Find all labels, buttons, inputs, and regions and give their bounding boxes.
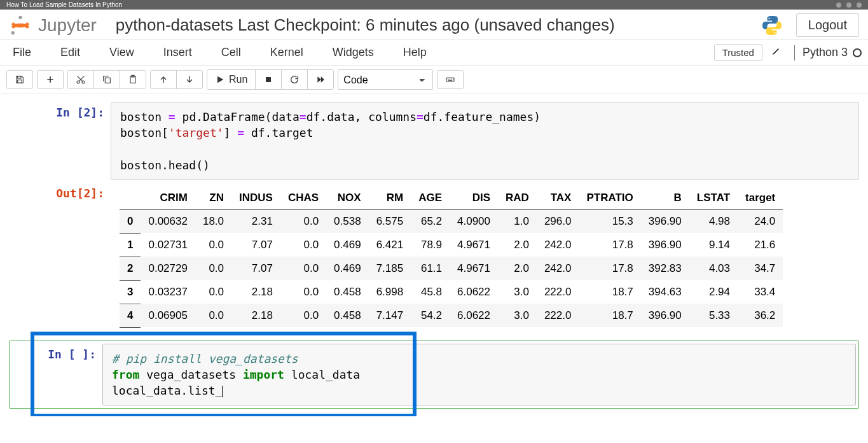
menu-view[interactable]: View	[103, 42, 141, 63]
logout-button[interactable]: Logout	[796, 13, 859, 37]
notebook-title[interactable]: python-datasets Last Checkpoint: 6 minut…	[116, 15, 761, 35]
table-header: AGE	[411, 186, 450, 210]
svg-rect-8	[105, 78, 110, 83]
table-header: CRIM	[141, 186, 195, 210]
table-row: 30.032370.02.180.00.4586.99845.86.06223.…	[120, 280, 783, 304]
run-button[interactable]: Run	[207, 70, 256, 89]
table-header: TAX	[537, 186, 579, 210]
svg-rect-12	[446, 78, 454, 81]
code-input[interactable]: boston = pd.DataFrame(data=df.data, colu…	[111, 102, 859, 180]
restart-icon[interactable]	[282, 70, 308, 89]
menu-widgets[interactable]: Widgets	[326, 42, 380, 63]
move-down-icon[interactable]	[177, 71, 202, 88]
output-prompt: Out[2]:	[9, 183, 111, 332]
table-header: ZN	[195, 186, 231, 210]
svg-point-1	[11, 31, 15, 34]
kernel-busy-icon	[853, 48, 862, 57]
add-cell-icon[interactable]	[38, 71, 63, 88]
copy-icon[interactable]	[94, 71, 120, 88]
move-up-icon[interactable]	[151, 71, 177, 88]
table-row: 10.027310.07.070.00.4696.42178.94.96712.…	[120, 233, 783, 257]
menu-insert[interactable]: Insert	[157, 42, 198, 63]
table-header: RAD	[498, 186, 537, 210]
restart-run-all-icon[interactable]	[308, 70, 333, 89]
jupyter-logo[interactable]: Jupyter	[9, 14, 97, 37]
jupyter-wordmark: Jupyter	[38, 15, 97, 36]
trusted-button[interactable]: Trusted	[714, 44, 762, 61]
python-icon	[761, 14, 783, 37]
menu-cell[interactable]: Cell	[215, 42, 247, 63]
table-header: CHAS	[280, 186, 326, 210]
pencil-icon[interactable]	[771, 46, 782, 59]
cut-icon[interactable]	[68, 71, 94, 88]
toolbar: Run Code	[0, 66, 868, 94]
menu-bar: File Edit View Insert Cell Kernel Widget…	[0, 40, 868, 66]
svg-rect-11	[266, 77, 271, 82]
table-header: B	[641, 186, 689, 210]
input-prompt-blank: In [ ]:	[10, 344, 102, 406]
svg-point-0	[18, 15, 22, 18]
code-cell-2[interactable]: In [2]: boston = pd.DataFrame(data=df.da…	[0, 101, 868, 181]
command-palette-icon[interactable]	[437, 71, 463, 88]
output-cell-2: Out[2]: CRIMZNINDUSCHASNOXRMAGEDISRADTAX…	[0, 181, 868, 333]
browser-tab-bar: How To Load Sample Datasets In Python	[0, 0, 868, 10]
table-header: PTRATIO	[579, 186, 640, 210]
code-cell-active[interactable]: In [ ]: # pip install vega_datasets from…	[9, 341, 859, 409]
notebook-header: Jupyter python-datasets Last Checkpoint:…	[0, 10, 868, 40]
table-header: RM	[369, 186, 411, 210]
table-header: DIS	[450, 186, 498, 210]
menu-kernel[interactable]: Kernel	[264, 42, 310, 63]
save-icon[interactable]	[7, 71, 32, 88]
svg-rect-5	[18, 80, 22, 83]
menu-edit[interactable]: Edit	[54, 42, 86, 63]
code-input-active[interactable]: # pip install vega_datasets from vega_da…	[102, 344, 856, 406]
interrupt-icon[interactable]	[256, 70, 282, 89]
table-row: 40.069050.02.180.00.4587.14754.26.06223.…	[120, 304, 783, 327]
svg-point-2	[768, 17, 769, 18]
tab-title: How To Load Sample Datasets In Python	[6, 1, 122, 8]
cell-type-select[interactable]: Code	[338, 69, 433, 90]
table-header: LSTAT	[689, 186, 738, 210]
kernel-indicator: Python 3	[803, 46, 862, 59]
notebook-area[interactable]: In [2]: boston = pd.DataFrame(data=df.da…	[0, 94, 868, 409]
table-header	[120, 186, 141, 210]
dataframe-output: CRIMZNINDUSCHASNOXRMAGEDISRADTAXPTRATIOB…	[111, 183, 859, 332]
paste-icon[interactable]	[120, 71, 146, 88]
svg-point-3	[774, 32, 775, 33]
table-header: NOX	[326, 186, 369, 210]
table-row: 00.0063218.02.310.00.5386.57565.24.09001…	[120, 209, 783, 233]
svg-rect-4	[18, 76, 21, 78]
table-row: 20.027290.07.070.00.4697.18561.14.96712.…	[120, 257, 783, 280]
input-prompt: In [2]:	[9, 102, 111, 180]
dataframe-table: CRIMZNINDUSCHASNOXRMAGEDISRADTAXPTRATIOB…	[120, 186, 783, 328]
table-header: target	[738, 186, 783, 210]
menu-help[interactable]: Help	[397, 42, 433, 63]
menu-file[interactable]: File	[6, 42, 38, 63]
table-header: INDUS	[231, 186, 280, 210]
